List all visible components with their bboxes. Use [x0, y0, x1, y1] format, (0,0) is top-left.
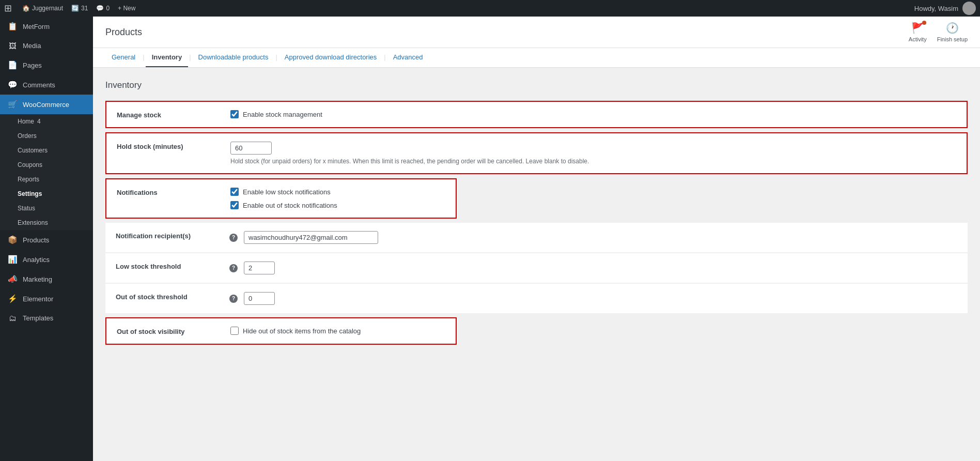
submenu-settings[interactable]: Settings	[0, 187, 93, 201]
tab-approved-dirs[interactable]: Approved download directories	[278, 48, 383, 67]
updates-count[interactable]: 🔄 31	[71, 5, 88, 12]
manage-stock-row: Manage stock Enable stock management	[106, 102, 967, 127]
analytics-icon: 📊	[7, 255, 18, 264]
out-of-stock-notifications-checkbox[interactable]	[230, 201, 239, 209]
sidebar: 📋 MetForm 🖼 Media 📄 Pages 💬 Comments 🛒 W…	[0, 17, 93, 461]
hold-stock-control: Hold stock (for unpaid orders) for x min…	[230, 142, 956, 165]
submenu-orders[interactable]: Orders	[0, 129, 93, 143]
out-of-stock-visibility-label: Out of stock visibility	[117, 327, 230, 335]
out-of-stock-visibility-section: Out of stock visibility Hide out of stoc…	[105, 317, 457, 345]
products-icon: 📦	[7, 235, 18, 244]
header-actions: 🚩 Activity 🕐 Finish setup	[909, 22, 968, 42]
comments-count[interactable]: 💬 0	[96, 5, 110, 12]
notification-recipients-label: Notification recipient(s)	[116, 231, 229, 240]
low-stock-threshold-input[interactable]	[244, 262, 275, 274]
out-of-stock-threshold-row: Out of stock threshold ?	[105, 284, 968, 313]
submenu-status[interactable]: Status	[0, 201, 93, 216]
notification-recipients-help-icon[interactable]: ?	[229, 234, 238, 242]
main-content: Products 🚩 Activity 🕐 Finish setup Gener…	[93, 17, 980, 461]
sidebar-item-woocommerce[interactable]: 🛒 WooCommerce	[0, 95, 93, 114]
metform-icon: 📋	[7, 22, 18, 31]
notifications-control: Enable low stock notifications Enable ou…	[230, 188, 445, 209]
low-stock-notifications-label[interactable]: Enable low stock notifications	[243, 188, 331, 196]
hide-out-of-stock-label[interactable]: Hide out of stock items from the catalog	[243, 327, 361, 335]
woocommerce-icon: 🛒	[7, 100, 18, 109]
low-stock-notifications-checkbox[interactable]	[230, 188, 239, 196]
low-stock-threshold-row: Low stock threshold ?	[105, 253, 968, 283]
sidebar-item-pages[interactable]: 📄 Pages	[0, 55, 93, 75]
sidebar-item-metform[interactable]: 📋 MetForm	[0, 17, 93, 36]
sidebar-item-products[interactable]: 📦 Products	[0, 230, 93, 250]
hide-out-of-stock-checkbox[interactable]	[230, 327, 239, 335]
elementor-icon: ⚡	[7, 294, 18, 303]
out-of-stock-visibility-row: Out of stock visibility Hide out of stoc…	[106, 318, 456, 344]
tab-general[interactable]: General	[105, 48, 142, 67]
submenu-coupons[interactable]: Coupons	[0, 158, 93, 172]
submenu-reports[interactable]: Reports	[0, 172, 93, 187]
hold-stock-label: Hold stock (minutes)	[117, 142, 230, 150]
low-stock-threshold-section: Low stock threshold ?	[105, 253, 968, 283]
manage-stock-section: Manage stock Enable stock management	[105, 101, 968, 128]
out-of-stock-threshold-label: Out of stock threshold	[116, 292, 229, 301]
enable-stock-management-label[interactable]: Enable stock management	[243, 111, 322, 118]
notifications-row: Notifications Enable low stock notificat…	[106, 179, 456, 218]
tab-downloadable[interactable]: Downloadable products	[192, 48, 275, 67]
hold-stock-row: Hold stock (minutes) Hold stock (for unp…	[106, 133, 967, 173]
admin-bar: ⊞ 🏠 Juggernaut 🔄 31 💬 0 + New Howdy, Was…	[0, 0, 980, 17]
hide-out-of-stock-row: Hide out of stock items from the catalog	[230, 327, 445, 335]
low-stock-threshold-control: ?	[229, 262, 957, 274]
hold-stock-description: Hold stock (for unpaid orders) for x min…	[230, 158, 956, 165]
sidebar-item-templates[interactable]: 🗂 Templates	[0, 309, 93, 328]
notification-recipients-control: ?	[229, 231, 957, 244]
templates-icon: 🗂	[7, 314, 18, 322]
hold-stock-input[interactable]	[230, 142, 272, 155]
submenu-home[interactable]: Home 4	[0, 114, 93, 129]
pages-icon: 📄	[7, 60, 18, 70]
page-title: Products	[105, 27, 142, 38]
woocommerce-submenu: Home 4 Orders Customers Coupons Reports …	[0, 114, 93, 230]
new-content-button[interactable]: + New	[118, 5, 135, 12]
out-of-stock-notifications-label[interactable]: Enable out of stock notifications	[243, 202, 337, 209]
out-of-stock-threshold-help-icon[interactable]: ?	[229, 295, 238, 303]
submenu-customers[interactable]: Customers	[0, 143, 93, 158]
enable-stock-management-row: Enable stock management	[230, 110, 956, 118]
notifications-section: Notifications Enable low stock notificat…	[105, 178, 457, 219]
sidebar-item-analytics[interactable]: 📊 Analytics	[0, 250, 93, 269]
comments-icon: 💬	[7, 80, 18, 89]
out-of-stock-notifications-row: Enable out of stock notifications	[230, 201, 445, 209]
low-stock-threshold-help-icon[interactable]: ?	[229, 264, 238, 272]
finish-setup-button[interactable]: 🕐 Finish setup	[937, 22, 968, 42]
notifications-label: Notifications	[117, 188, 230, 196]
enable-stock-management-checkbox[interactable]	[230, 110, 239, 118]
sidebar-item-media[interactable]: 🖼 Media	[0, 36, 93, 55]
manage-stock-control: Enable stock management	[230, 110, 956, 118]
sidebar-item-elementor[interactable]: ⚡ Elementor	[0, 289, 93, 309]
activity-button[interactable]: 🚩 Activity	[909, 22, 927, 42]
notification-recipients-row: Notification recipient(s) ?	[105, 223, 968, 252]
manage-stock-label: Manage stock	[117, 110, 230, 119]
page-header: Products 🚩 Activity 🕐 Finish setup	[93, 17, 980, 48]
content-area: Inventory Manage stock Enable stock mana…	[93, 68, 980, 358]
notification-recipients-section: Notification recipient(s) ?	[105, 223, 968, 252]
sidebar-item-comments[interactable]: 💬 Comments	[0, 75, 93, 95]
media-icon: 🖼	[7, 41, 18, 50]
settings-tabs: General | Inventory | Downloadable produ…	[93, 48, 980, 68]
low-stock-threshold-label: Low stock threshold	[116, 262, 229, 270]
out-of-stock-threshold-section: Out of stock threshold ?	[105, 284, 968, 313]
user-menu[interactable]: Howdy, Wasim	[914, 2, 976, 15]
submenu-extensions[interactable]: Extensions	[0, 216, 93, 230]
inventory-section-title: Inventory	[105, 80, 968, 90]
activity-icon: 🚩	[911, 22, 924, 34]
activity-notification-dot	[922, 21, 926, 25]
tab-advanced[interactable]: Advanced	[387, 48, 429, 67]
low-stock-notifications-row: Enable low stock notifications	[230, 188, 445, 196]
tab-inventory[interactable]: Inventory	[146, 48, 189, 67]
wp-logo-icon[interactable]: ⊞	[4, 3, 12, 14]
marketing-icon: 📣	[7, 274, 18, 284]
out-of-stock-threshold-input[interactable]	[244, 292, 275, 305]
hold-stock-section: Hold stock (minutes) Hold stock (for unp…	[105, 132, 968, 174]
site-name[interactable]: 🏠 Juggernaut	[22, 5, 63, 12]
sidebar-item-marketing[interactable]: 📣 Marketing	[0, 269, 93, 289]
notification-recipients-input[interactable]	[244, 231, 378, 244]
out-of-stock-visibility-control: Hide out of stock items from the catalog	[230, 327, 445, 335]
